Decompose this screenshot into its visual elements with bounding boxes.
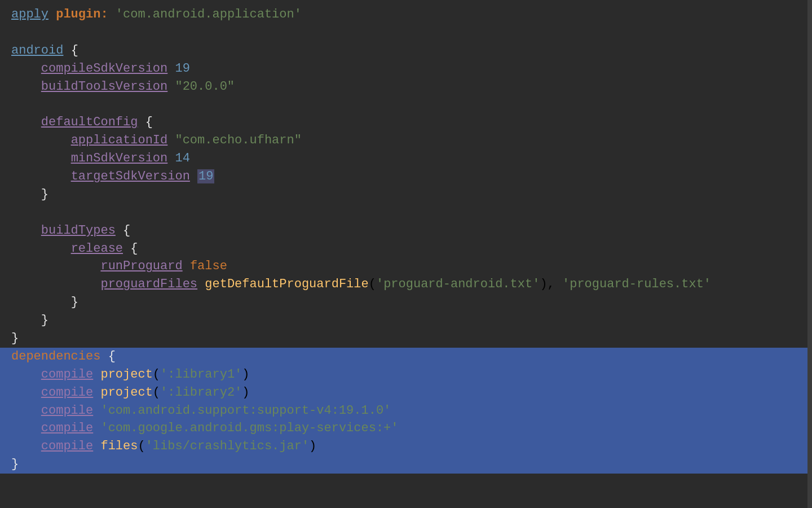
code-line-13: buildTypes { xyxy=(0,222,812,240)
code-line-9: minSdkVersion 14 xyxy=(0,150,812,168)
code-line-10: targetSdkVersion 19 xyxy=(0,168,812,186)
code-line-12 xyxy=(0,204,812,222)
code-line-16: proguardFiles getDefaultProguardFile('pr… xyxy=(0,275,812,294)
code-editor[interactable]: apply plugin: 'com.android.application' … xyxy=(0,0,812,508)
code-line-26: } xyxy=(0,456,812,474)
code-line-21: compile project(':library1') xyxy=(0,366,812,384)
code-line-15: runProguard false xyxy=(0,257,812,275)
code-line-17: } xyxy=(0,294,812,312)
code-line-8: applicationId "com.echo.ufharn" xyxy=(0,132,812,150)
code-line-23: compile 'com.android.support:support-v4:… xyxy=(0,402,812,420)
code-line-6 xyxy=(0,95,812,113)
code-line-22: compile project(':library2') xyxy=(0,384,812,402)
code-line-2 xyxy=(0,24,812,42)
code-line-25: compile files('libs/crashlytics.jar') xyxy=(0,437,812,456)
code-content: apply plugin: 'com.android.application' … xyxy=(0,6,812,474)
code-line-5: buildToolsVersion "20.0.0" xyxy=(0,78,812,96)
scrollbar[interactable] xyxy=(807,0,812,508)
code-line-20: dependencies { xyxy=(0,348,812,366)
code-line-1: apply plugin: 'com.android.application' xyxy=(0,6,812,24)
code-line-18: } xyxy=(0,312,812,330)
code-line-14: release { xyxy=(0,240,812,258)
code-line-4: compileSdkVersion 19 xyxy=(0,60,812,78)
code-line-11: } xyxy=(0,186,812,204)
code-line-7: defaultConfig { xyxy=(0,113,812,132)
code-line-3: android { xyxy=(0,42,812,60)
code-line-19: } xyxy=(0,330,812,348)
code-line-24: compile 'com.google.android.gms:play-ser… xyxy=(0,419,812,437)
